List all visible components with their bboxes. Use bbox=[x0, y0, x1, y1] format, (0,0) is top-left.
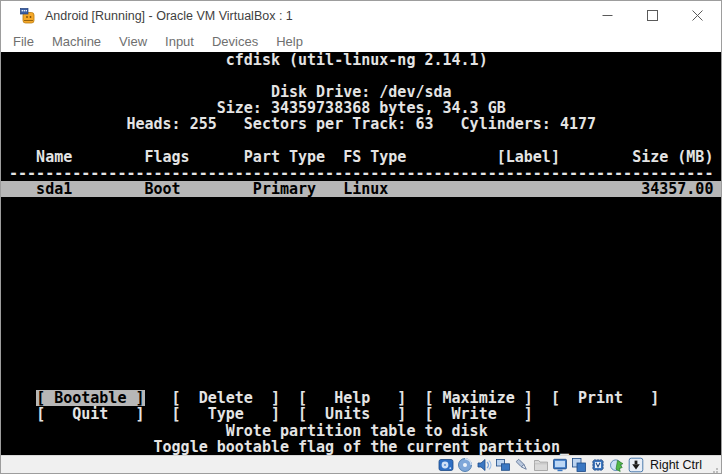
statusbar: Right Ctrl bbox=[0, 455, 722, 474]
close-button[interactable] bbox=[675, 0, 720, 31]
terminal-text bbox=[280, 390, 298, 406]
display-icon[interactable] bbox=[552, 457, 568, 473]
terminal-row bbox=[0, 326, 722, 342]
terminal-text bbox=[0, 390, 36, 406]
terminal-row: ----------------------------------------… bbox=[0, 165, 722, 181]
mouse-integration-icon[interactable] bbox=[609, 457, 625, 473]
cfdisk-menu-row-2: [ Quit ] [ Type ] [ Units ] [ Write ] bbox=[0, 406, 722, 422]
terminal-row: Disk Drive: /dev/sda bbox=[0, 84, 722, 100]
cfdisk-button-type[interactable]: [ Type ] bbox=[172, 406, 280, 422]
action-hint: Toggle bootable flag of the current part… bbox=[0, 439, 560, 455]
terminal-text bbox=[0, 406, 36, 422]
terminal-text bbox=[280, 406, 298, 422]
cfdisk-button-print[interactable]: [ Print ] bbox=[551, 390, 659, 406]
close-icon bbox=[692, 10, 703, 21]
features-icon[interactable] bbox=[590, 457, 606, 473]
disk-size-line: Size: 34359738368 bytes, 34.3 GB bbox=[0, 100, 506, 116]
menubar-item-input[interactable]: Input bbox=[162, 33, 197, 50]
recording-icon[interactable] bbox=[571, 457, 587, 473]
table-header-text: Name Flags Part Type FS Type [Label] Siz… bbox=[0, 149, 713, 165]
terminal-text bbox=[406, 390, 424, 406]
disk-drive-line: Disk Drive: /dev/sda bbox=[0, 84, 452, 100]
terminal-row bbox=[0, 374, 722, 390]
usb-icon[interactable] bbox=[514, 457, 530, 473]
statusbar-icons bbox=[437, 457, 646, 473]
menubar: FileMachineViewInputDevicesHelp bbox=[0, 31, 722, 52]
cfdisk-button-delete[interactable]: [ Delete ] bbox=[172, 390, 280, 406]
resize-grip[interactable] bbox=[708, 463, 719, 474]
shared-folders-icon[interactable] bbox=[533, 457, 549, 473]
terminal-cursor: _ bbox=[560, 439, 569, 455]
terminal-row bbox=[0, 342, 722, 358]
maximize-button[interactable] bbox=[630, 0, 675, 31]
terminal-row: Toggle bootable flag of the current part… bbox=[0, 439, 722, 455]
titlebar: Android [Running] - Oracle VM VirtualBox… bbox=[0, 0, 722, 31]
partition-row-selected[interactable]: sda1 Boot Primary Linux 34357.00 bbox=[0, 181, 722, 197]
status-message: Wrote partition table to disk bbox=[0, 423, 488, 439]
minimize-button[interactable] bbox=[585, 0, 630, 31]
terminal-row bbox=[0, 278, 722, 294]
menubar-item-file[interactable]: File bbox=[10, 33, 37, 50]
maximize-icon bbox=[647, 10, 658, 21]
audio-icon[interactable] bbox=[476, 457, 492, 473]
network-icon[interactable] bbox=[495, 457, 511, 473]
cfdisk-button-quit[interactable]: [ Quit ] bbox=[36, 406, 144, 422]
keyboard-icon[interactable] bbox=[628, 457, 644, 473]
menubar-item-machine[interactable]: Machine bbox=[49, 33, 104, 50]
cfdisk-button-maximize[interactable]: [ Maximize ] bbox=[424, 390, 532, 406]
terminal-row bbox=[0, 197, 722, 213]
terminal-row bbox=[0, 358, 722, 374]
menubar-item-devices[interactable]: Devices bbox=[209, 33, 261, 50]
terminal-row: cfdisk (util-linux-ng 2.14.1) bbox=[0, 52, 722, 68]
terminal-row bbox=[0, 245, 722, 261]
terminal-row bbox=[0, 310, 722, 326]
terminal-row bbox=[0, 229, 722, 245]
cfdisk-button-help[interactable]: [ Help ] bbox=[298, 390, 406, 406]
terminal-row: Size: 34359738368 bytes, 34.3 GB bbox=[0, 100, 722, 116]
disk-geometry-line: Heads: 255 Sectors per Track: 63 Cylinde… bbox=[0, 116, 596, 132]
window-controls bbox=[585, 0, 720, 31]
virtualbox-window: Android [Running] - Oracle VM VirtualBox… bbox=[0, 0, 722, 474]
menubar-item-view[interactable]: View bbox=[116, 33, 150, 50]
terminal-row: Heads: 255 Sectors per Track: 63 Cylinde… bbox=[0, 116, 722, 132]
cfdisk-button-write[interactable]: [ Write ] bbox=[424, 406, 532, 422]
window-title: Android [Running] - Oracle VM VirtualBox… bbox=[45, 9, 585, 23]
cfdisk-button-bootable[interactable]: [ Bootable ] bbox=[36, 390, 144, 406]
partition-table-header: Name Flags Part Type FS Type [Label] Siz… bbox=[0, 149, 722, 165]
hard-disks-icon[interactable] bbox=[438, 457, 454, 473]
terminal-row bbox=[0, 213, 722, 229]
host-key-label: Right Ctrl bbox=[650, 458, 702, 472]
terminal-text bbox=[145, 390, 172, 406]
terminal-text bbox=[533, 390, 551, 406]
terminal-text bbox=[145, 406, 172, 422]
cfdisk-button-units[interactable]: [ Units ] bbox=[298, 406, 406, 422]
menubar-item-help[interactable]: Help bbox=[273, 33, 306, 50]
terminal-row bbox=[0, 261, 722, 277]
terminal-row: Wrote partition table to disk bbox=[0, 423, 722, 439]
terminal-row bbox=[0, 68, 722, 84]
separator-line: ----------------------------------------… bbox=[0, 165, 713, 181]
terminal-row bbox=[0, 133, 722, 149]
cfdisk-menu-row-1: [ Bootable ] [ Delete ] [ Help ] [ Maxim… bbox=[0, 390, 722, 406]
terminal-text bbox=[406, 406, 424, 422]
optical-drives-icon[interactable] bbox=[457, 457, 473, 473]
android-vm-icon bbox=[20, 8, 36, 24]
terminal-row bbox=[0, 294, 722, 310]
minimize-icon bbox=[602, 10, 613, 21]
partition-row-text: sda1 Boot Primary Linux 34357.00 bbox=[0, 181, 713, 197]
terminal-screen[interactable]: cfdisk (util-linux-ng 2.14.1) Disk Drive… bbox=[0, 52, 722, 455]
cfdisk-version-title: cfdisk (util-linux-ng 2.14.1) bbox=[0, 52, 488, 68]
